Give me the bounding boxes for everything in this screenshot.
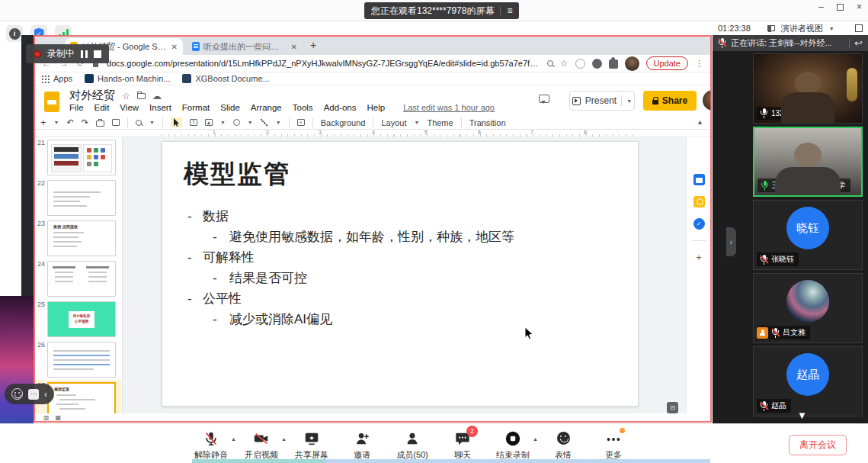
slides-app-icon[interactable] [44,92,59,112]
menu-help[interactable]: Help [367,103,385,112]
start-video-button[interactable]: 开启视频 ▲ [242,429,280,461]
tab-docx[interactable]: 听众提出的一些问题(1).docx - G ✕ [187,38,303,55]
tasks-icon[interactable]: ✓ [693,218,705,230]
update-button[interactable]: Update [646,56,688,70]
members-button[interactable]: 成员(50) [393,429,431,461]
extension-icon[interactable] [592,59,602,69]
move-folder-icon[interactable] [137,93,146,99]
text-box-icon[interactable]: T [190,119,197,126]
chevron-down-icon[interactable]: ▼ [276,120,281,125]
invite-button[interactable]: 邀请 [343,429,381,461]
present-button[interactable]: Present ▼ [569,91,635,111]
bookmark-apps[interactable]: Apps [42,74,72,83]
calendar-icon[interactable] [693,174,705,185]
collapse-chevron-icon[interactable]: ‹ [44,389,47,400]
close-button[interactable]: × [857,2,862,12]
menu-view[interactable]: View [120,103,139,112]
chevron-down-icon[interactable]: ▼ [149,120,155,125]
chevron-down-icon[interactable]: ▼ [220,120,226,125]
thumbnail-22[interactable]: 22 [34,178,121,217]
share-button[interactable]: Share [643,91,697,111]
profile-avatar[interactable] [625,56,639,71]
extensions-puzzle-icon[interactable] [609,59,618,69]
thumbnail-24[interactable]: 24 [34,259,121,298]
image-icon[interactable]: ▲ [205,119,213,126]
emoji-icon[interactable] [11,388,23,400]
chevron-down-icon[interactable]: ▼ [248,120,253,125]
transition-button[interactable]: Transition [469,118,506,127]
shape-icon[interactable] [233,119,240,126]
chevron-down-icon[interactable]: ▼ [829,26,834,31]
redo-button[interactable]: ↷ [82,117,88,127]
filmstrip-view-icon[interactable]: ▥ [43,414,50,421]
zoom-icon[interactable] [547,60,553,66]
tab-close-icon[interactable]: ✕ [171,43,178,51]
new-tab-button[interactable]: + [310,39,316,51]
star-icon[interactable]: ☆ [122,91,130,101]
pause-recording-button[interactable] [81,50,88,58]
print-icon[interactable] [96,121,104,127]
participant-tile[interactable]: 132****7978 [753,53,863,124]
stop-recording-button[interactable] [94,50,101,58]
account-avatar[interactable] [703,90,711,111]
bookmark-star-icon[interactable]: ☆ [560,58,569,69]
more-button[interactable]: 更多 [594,429,633,461]
menu-arrange[interactable]: Arrange [251,103,282,112]
thumbnail-26[interactable]: 26 [34,339,121,379]
menu-file[interactable]: File [69,103,84,112]
minimize-button[interactable]: – [818,2,824,12]
line-icon[interactable] [261,119,268,127]
view-mode-selector[interactable]: 演讲者视图 [781,23,823,34]
paint-format-icon[interactable] [112,119,120,126]
insert-comment-icon[interactable]: + [297,119,305,126]
comment-icon[interactable] [539,95,549,103]
chevron-down-icon[interactable]: ▼ [54,120,59,125]
extension-icon[interactable] [575,59,585,69]
thumbnail-23[interactable]: 23 案例·运营流程 [34,218,121,258]
zoom-tool-icon[interactable] [136,120,142,126]
thumbnail-25[interactable]: 25 用户隐私和公平预测 [34,299,121,339]
participant-tile[interactable]: 赵晶 赵晶 [753,346,863,416]
last-edit-link[interactable]: Last edit was 1 hour ago [403,103,495,112]
maximize-button[interactable] [837,4,844,11]
bookmark-item[interactable]: XGBoost Docume... [182,74,269,83]
menu-edit[interactable]: Edit [94,103,110,112]
keep-icon[interactable] [693,196,705,207]
undo-button[interactable]: ↶ [67,117,74,127]
fullscreen-icon[interactable] [855,24,863,32]
more-icon[interactable]: ⋯ [28,389,39,400]
sidebar-expand-tab[interactable]: › [726,227,736,256]
chevron-up-icon[interactable]: ▲ [231,436,236,442]
doc-title[interactable]: 对外经贸 [69,88,115,103]
share-screen-button[interactable]: 共享屏幕 [293,429,331,461]
participant-tile-speaking[interactable]: 王剑锋--对外经贸大学 [753,127,863,197]
menu-format[interactable]: Format [182,103,210,112]
menu-tools[interactable]: Tools [293,103,313,112]
layout-button[interactable]: Layout [381,118,406,127]
chevron-down-icon[interactable]: ▼ [626,98,632,104]
chevron-up-icon[interactable]: ▲ [281,436,287,442]
scroll-down-icon[interactable]: ▼ [797,410,807,421]
menu-insert[interactable]: Insert [149,103,171,112]
menu-addons[interactable]: Add-ons [324,103,357,112]
select-tool[interactable] [171,117,182,127]
thumbnail-21[interactable]: 21 [34,137,121,177]
chat-button[interactable]: 聊天 2 [444,429,482,461]
grid-view-icon[interactable]: ▦ [56,414,62,421]
leave-meeting-button[interactable]: 离开会议 [789,435,847,455]
collapse-toolbar-icon[interactable]: ▲ [697,118,703,126]
back-arrow-icon[interactable]: ↩ [854,37,863,49]
chevron-down-icon[interactable]: ▼ [414,120,419,125]
info-icon[interactable]: i [6,25,23,42]
current-slide[interactable]: 模型监管 数据 避免使用敏感数据，如年龄，性别，种族，地区等 可解释性 结果是否… [162,141,639,407]
stop-recording-button[interactable]: 结束录制 ▲ [494,429,532,461]
participant-tile[interactable]: 晓钰 张晓钰 [753,200,863,270]
add-addon-icon[interactable]: + [696,252,702,263]
menu-slide[interactable]: Slide [220,103,240,112]
new-slide-button[interactable]: + [40,117,46,128]
tab-close-icon[interactable]: ✕ [291,43,297,51]
fit-zoom-button[interactable]: ⊡ [667,402,678,413]
emoji-button[interactable]: 表情 [544,429,582,461]
unmute-button[interactable]: 解除静音 ▲ [192,429,230,461]
theme-button[interactable]: Theme [427,118,453,127]
